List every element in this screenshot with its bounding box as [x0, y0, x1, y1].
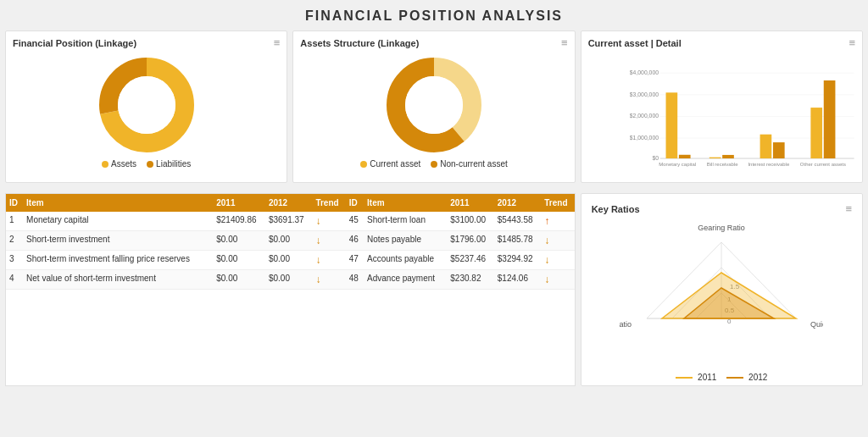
svg-rect-22: [810, 108, 822, 158]
cell-trend-left: ↓: [312, 212, 345, 231]
cell-trend-left: ↓: [312, 270, 345, 290]
svg-rect-21: [773, 142, 785, 158]
cell-2011-right: $230.82: [447, 270, 493, 290]
top-row: Financial Position (Linkage) ≡ Assets Li…: [0, 30, 868, 193]
cell-id-right: 48: [346, 270, 364, 290]
assets-structure-donut: Current asset Non-current asset: [293, 51, 574, 174]
svg-point-5: [405, 76, 463, 134]
assets-structure-header: Assets Structure (Linkage) ≡: [293, 31, 574, 51]
legend-noncurrent-asset: Non-current asset: [431, 159, 507, 169]
key-ratios-card: Key Ratios ≡ Gearing Ratio Quick Ratio C…: [581, 193, 863, 386]
cell-2012-left: $3691.37: [265, 212, 312, 231]
svg-rect-23: [823, 80, 835, 158]
col-id-right: ID: [346, 194, 364, 212]
svg-text:Bill receivable: Bill receivable: [706, 162, 738, 167]
assets-structure-menu-icon[interactable]: ≡: [561, 36, 568, 49]
cell-item-right: Short-term loan: [364, 212, 447, 231]
cell-2012-right: $1485.78: [494, 231, 541, 251]
current-asset-bar-chart: $4,000,000 $3,000,000 $2,000,000 $1,000,…: [581, 51, 862, 182]
table-body: 1 Monetary capital $21409.86 $3691.37 ↓ …: [6, 212, 575, 290]
legend-liabilities: Liabilities: [147, 159, 191, 169]
svg-text:Current Ratio: Current Ratio: [620, 320, 632, 329]
svg-rect-19: [722, 155, 734, 158]
bar-chart-svg: $4,000,000 $3,000,000 $2,000,000 $1,000,…: [624, 54, 855, 179]
page-title: FINANCIAL POSITION ANALYSIS: [0, 0, 868, 30]
cell-id-left: 1: [6, 212, 23, 231]
col-id-left: ID: [6, 194, 23, 212]
bottom-row: ID Item 2011 2012 Trend ID Item 2011 201…: [0, 193, 868, 391]
svg-text:Gearing Ratio: Gearing Ratio: [698, 224, 746, 232]
cell-trend-left: ↓: [312, 251, 345, 270]
svg-rect-18: [709, 158, 721, 158]
cell-2012-left: $0.00: [265, 270, 312, 290]
radar-legend: 2011 2012: [676, 373, 767, 382]
legend-current-asset: Current asset: [360, 159, 420, 169]
col-item-right: Item: [364, 194, 447, 212]
key-ratios-radar: Gearing Ratio Quick Ratio Current Ratio …: [585, 217, 859, 382]
svg-text:$4,000,000: $4,000,000: [629, 69, 658, 75]
cell-2012-right: $124.06: [494, 270, 541, 290]
table-header: ID Item 2011 2012 Trend ID Item 2011 201…: [6, 194, 575, 212]
cell-item-right: Accounts payable: [364, 251, 447, 270]
donut-svg-financial: [96, 54, 198, 156]
table-row: 1 Monetary capital $21409.86 $3691.37 ↓ …: [6, 212, 575, 231]
legend-2011: 2011: [676, 373, 716, 382]
key-ratios-title: Key Ratios: [592, 204, 640, 214]
col-trend-right: Trend: [541, 194, 574, 212]
cell-trend-right: ↓: [541, 251, 574, 270]
svg-rect-20: [760, 135, 771, 158]
data-table: ID Item 2011 2012 Trend ID Item 2011 201…: [6, 194, 575, 290]
cell-id-left: 3: [6, 251, 23, 270]
svg-rect-16: [665, 92, 677, 158]
svg-point-2: [118, 76, 175, 134]
assets-structure-legend: Current asset Non-current asset: [360, 159, 508, 169]
cell-trend-right: ↑: [541, 212, 574, 231]
assets-structure-title: Assets Structure (Linkage): [300, 38, 419, 48]
cell-trend-right: ↓: [541, 231, 574, 251]
cell-2011-left: $0.00: [213, 251, 265, 270]
cell-2011-left: $0.00: [213, 231, 265, 251]
financial-position-card: Financial Position (Linkage) ≡ Assets Li…: [5, 30, 287, 183]
svg-text:$1,000,000: $1,000,000: [629, 135, 658, 141]
cell-item-left: Monetary capital: [23, 212, 213, 231]
cell-id-right: 47: [346, 251, 364, 270]
col-trend-left: Trend: [312, 194, 345, 212]
cell-2012-right: $3294.92: [494, 251, 541, 270]
cell-trend-right: ↓: [541, 270, 574, 290]
cell-item-right: Advance payment: [364, 270, 447, 290]
legend-2012: 2012: [726, 373, 767, 382]
key-ratios-menu-icon[interactable]: ≡: [845, 202, 852, 215]
donut-svg-assets: [383, 54, 485, 156]
cell-2011-right: $5237.46: [447, 251, 493, 270]
col-item-left: Item: [23, 194, 213, 212]
col-2012-right: 2012: [494, 194, 541, 212]
col-2011-right: 2011: [447, 194, 493, 212]
cell-2011-right: $3100.00: [447, 212, 493, 231]
financial-position-donut: Assets Liabilities: [6, 51, 287, 174]
table-row: 4 Net value of short-term investment $0.…: [6, 270, 575, 290]
cell-item-right: Notes payable: [364, 231, 447, 251]
financial-position-header: Financial Position (Linkage) ≡: [6, 31, 287, 51]
table-row: 3 Short-term investment falling price re…: [6, 251, 575, 270]
key-ratios-header: Key Ratios ≡: [585, 197, 859, 217]
cell-trend-left: ↓: [312, 231, 345, 251]
cell-item-left: Short-term investment falling price rese…: [23, 251, 213, 270]
current-asset-menu-icon[interactable]: ≡: [849, 36, 855, 49]
current-asset-header: Current asset | Detail ≡: [581, 31, 862, 51]
cell-2011-left: $0.00: [213, 270, 265, 290]
current-asset-title: Current asset | Detail: [588, 38, 682, 48]
assets-structure-card: Assets Structure (Linkage) ≡ Current ass…: [292, 30, 575, 183]
radar-svg: Gearing Ratio Quick Ratio Current Ratio …: [620, 217, 823, 369]
table-row: 2 Short-term investment $0.00 $0.00 ↓ 46…: [6, 231, 575, 251]
data-table-container: ID Item 2011 2012 Trend ID Item 2011 201…: [5, 193, 576, 386]
cell-2012-right: $5443.58: [494, 212, 541, 231]
cell-item-left: Net value of short-term investment: [23, 270, 213, 290]
cell-id-right: 45: [346, 212, 364, 231]
cell-id-left: 4: [6, 270, 23, 290]
cell-item-left: Short-term investment: [23, 231, 213, 251]
svg-text:Monetary capital: Monetary capital: [659, 162, 696, 167]
cell-2011-left: $21409.86: [213, 212, 265, 231]
cell-id-left: 2: [6, 231, 23, 251]
financial-position-menu-icon[interactable]: ≡: [274, 36, 281, 49]
cell-id-right: 46: [346, 231, 364, 251]
